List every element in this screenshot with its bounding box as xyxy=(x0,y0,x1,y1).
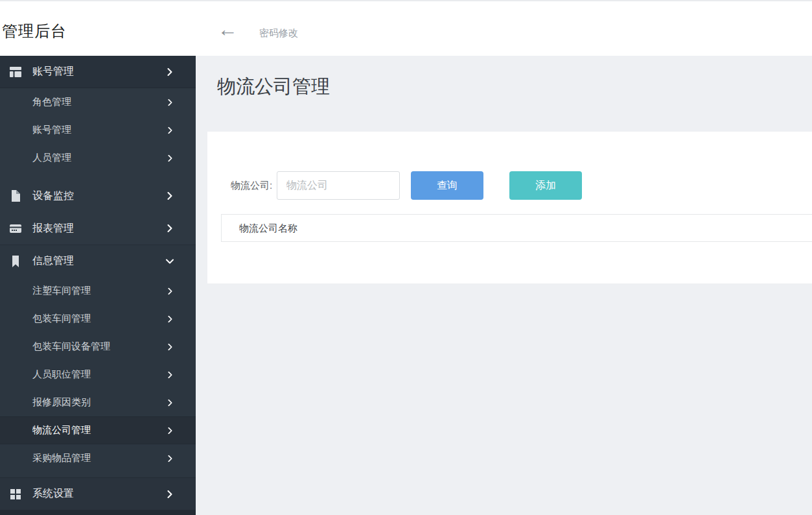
submenu-account: 角色管理 账号管理 人员管理 xyxy=(0,88,196,180)
grid-icon xyxy=(9,488,22,501)
sidebar-item-position-mgmt[interactable]: 人员职位管理 xyxy=(0,361,196,389)
sidebar-group-account[interactable]: 账号管理 xyxy=(0,56,196,88)
chevron-right-icon xyxy=(168,427,172,434)
chevron-right-icon xyxy=(168,287,172,294)
sidebar-item-label: 包装车间管理 xyxy=(32,313,91,325)
chevron-right-icon xyxy=(167,192,172,200)
sidebar: 账号管理 角色管理 账号管理 人员管理 xyxy=(0,56,196,515)
add-button[interactable]: 添加 xyxy=(509,171,582,200)
sidebar-group-device-monitor[interactable]: 设备监控 xyxy=(0,180,196,212)
sidebar-item-personnel-mgmt[interactable]: 人员管理 xyxy=(0,144,196,172)
sidebar-item-label: 角色管理 xyxy=(32,96,71,108)
sidebar-item-label: 账号管理 xyxy=(32,124,71,136)
sidebar-item-packing-workshop[interactable]: 包装车间管理 xyxy=(0,305,196,333)
sidebar-item-account-mgmt[interactable]: 账号管理 xyxy=(0,116,196,144)
chevron-right-icon xyxy=(167,490,172,498)
sidebar-group-label: 报表管理 xyxy=(32,222,74,235)
layout-icon xyxy=(9,66,22,78)
chevron-right-icon xyxy=(168,126,172,134)
chevron-down-icon xyxy=(166,259,174,264)
back-arrow-icon[interactable]: ← xyxy=(218,19,238,40)
content-card: 物流公司: 查询 添加 物流公司名称 xyxy=(207,132,812,283)
bookmark-icon xyxy=(9,255,22,268)
sidebar-item-label: 物流公司管理 xyxy=(32,424,91,437)
sidebar-item-label: 人员职位管理 xyxy=(32,368,91,381)
card-icon xyxy=(9,222,22,235)
chevron-right-icon xyxy=(168,343,172,350)
page-title: 物流公司管理 xyxy=(217,74,330,100)
sidebar-item-label: 注塑车间管理 xyxy=(32,285,91,297)
logistics-company-input[interactable] xyxy=(277,171,400,200)
chevron-right-icon xyxy=(168,399,172,406)
topbar: 管理后台 ← 密码修改 xyxy=(0,0,812,56)
chevron-right-icon xyxy=(167,224,172,232)
sidebar-group-label: 设备监控 xyxy=(32,189,74,203)
submenu-info: 注塑车间管理 包装车间管理 包装车间设备管理 人员职位管理 报修原因类别 xyxy=(0,277,196,477)
sidebar-item-packing-equipment[interactable]: 包装车间设备管理 xyxy=(0,333,196,361)
sidebar-item-label: 人员管理 xyxy=(32,152,71,164)
app-title: 管理后台 xyxy=(2,21,67,42)
sidebar-group-report[interactable]: 报表管理 xyxy=(0,212,196,245)
chevron-right-icon xyxy=(168,315,172,322)
breadcrumb: 密码修改 xyxy=(259,27,298,40)
chevron-right-icon xyxy=(168,154,172,162)
logistics-company-label: 物流公司: xyxy=(231,171,272,200)
query-button[interactable]: 查询 xyxy=(411,171,483,200)
sidebar-item-label: 包装车间设备管理 xyxy=(32,341,110,353)
sidebar-bottom-strip xyxy=(0,510,196,515)
table-header-company-name: 物流公司名称 xyxy=(221,214,812,242)
chevron-right-icon xyxy=(168,371,172,378)
chevron-right-icon xyxy=(168,455,172,462)
sidebar-group-system-settings[interactable]: 系统设置 xyxy=(0,477,196,510)
sidebar-item-injection-workshop[interactable]: 注塑车间管理 xyxy=(0,277,196,305)
main-content: 物流公司管理 物流公司: 查询 添加 物流公司名称 xyxy=(196,56,812,515)
sidebar-group-info[interactable]: 信息管理 xyxy=(0,245,196,277)
sidebar-item-label: 采购物品管理 xyxy=(32,452,91,464)
sidebar-item-label: 报修原因类别 xyxy=(32,396,91,409)
sidebar-item-logistics-company[interactable]: 物流公司管理 xyxy=(0,416,196,444)
search-form: 物流公司: 查询 添加 xyxy=(207,171,812,200)
chevron-right-icon xyxy=(168,99,172,106)
file-icon xyxy=(9,189,22,202)
sidebar-group-label: 系统设置 xyxy=(32,487,74,501)
sidebar-group-label: 账号管理 xyxy=(32,65,74,78)
sidebar-item-repair-reason[interactable]: 报修原因类别 xyxy=(0,389,196,416)
sidebar-item-role-mgmt[interactable]: 角色管理 xyxy=(0,88,196,116)
sidebar-group-label: 信息管理 xyxy=(32,254,74,268)
sidebar-item-purchase-items[interactable]: 采购物品管理 xyxy=(0,444,196,472)
chevron-right-icon xyxy=(167,68,172,76)
